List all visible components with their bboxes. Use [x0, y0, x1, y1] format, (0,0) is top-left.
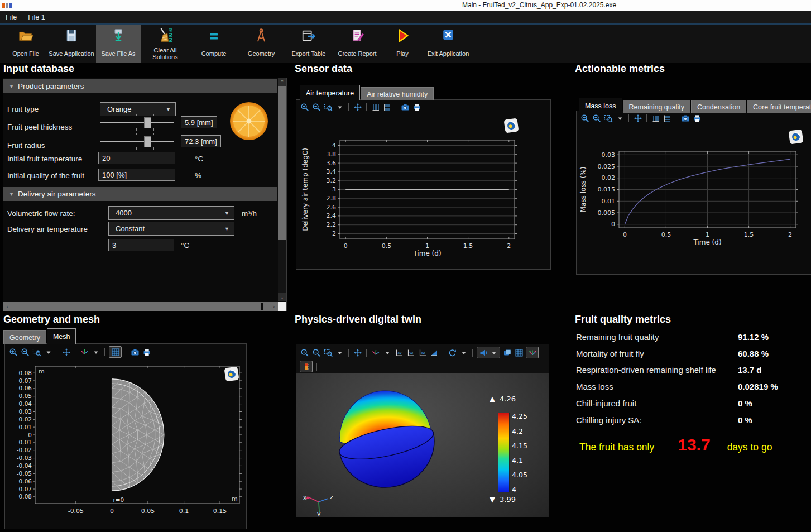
setpoint-input[interactable] [108, 239, 174, 251]
vertical-scrollbar[interactable]: ⌃ ⌄ [278, 78, 286, 301]
initial-quality-input[interactable] [98, 169, 175, 181]
tab-condensation[interactable]: Condensation [691, 100, 746, 113]
zoom-in-icon[interactable] [580, 113, 589, 123]
mesh-grid-icon[interactable] [514, 348, 524, 357]
grid-y-icon[interactable] [663, 113, 672, 123]
toolbar-toggle-group[interactable] [300, 361, 313, 372]
clear-all-solutions-button[interactable]: Clear All Solutions [141, 25, 190, 63]
play-button[interactable]: Play [382, 25, 423, 63]
scroll-down-icon[interactable]: ⌄ [278, 293, 286, 301]
tab-air-temperature[interactable]: Air temperature [300, 85, 360, 100]
toolbar-toggle-group[interactable] [526, 347, 539, 358]
camera-icon[interactable] [680, 113, 690, 123]
grid-y-icon[interactable] [382, 102, 392, 112]
svg-text:-0.03: -0.03 [17, 454, 32, 461]
caret-icon[interactable] [91, 347, 100, 357]
flow-rate-select[interactable]: 4000 ▼ [108, 206, 234, 220]
extents-icon[interactable] [353, 348, 362, 357]
toolbar-toggle-group[interactable] [477, 347, 500, 358]
camera-icon[interactable] [130, 347, 140, 357]
toolbar-toggle-group[interactable] [109, 346, 122, 358]
fruit-radius-value[interactable]: 72.3 [mm] [181, 135, 221, 147]
print-icon[interactable] [692, 113, 702, 123]
mesh-plot-area[interactable]: 0.080.070.060.050.040.030.020.010-0.01-0… [5, 361, 245, 529]
create-report-button[interactable]: Create Report [333, 25, 382, 63]
legend-icon[interactable] [301, 362, 311, 371]
light-icon[interactable] [478, 348, 488, 357]
exit-application-button[interactable]: Exit Application [423, 25, 473, 63]
caret-icon[interactable] [615, 113, 625, 123]
caret-icon[interactable] [335, 102, 344, 112]
zoom-in-icon[interactable] [300, 102, 309, 112]
zoom-out-icon[interactable] [592, 113, 601, 123]
collapse-icon[interactable]: ▾ [10, 83, 13, 89]
view-yz-icon[interactable]: yz [406, 348, 415, 357]
tab-core-fruit-temperature[interactable]: Core fruit temperature [747, 100, 811, 113]
horizontal-scrollbar[interactable]: ‹ › [3, 302, 278, 311]
view-xz-icon[interactable]: xz [418, 348, 427, 357]
rotate-icon[interactable] [447, 348, 457, 357]
save-application-button[interactable]: Save Application [47, 25, 96, 63]
caret-icon[interactable] [382, 348, 392, 357]
open-file-button[interactable]: Open File [4, 25, 47, 63]
scroll-left-icon[interactable]: ‹ [3, 304, 12, 310]
scene-icon[interactable] [502, 348, 512, 357]
compute-button[interactable]: Compute [190, 25, 238, 63]
extents-icon[interactable] [61, 347, 71, 357]
tab-remaining-quality[interactable]: Remaining quality [623, 100, 690, 113]
axis-small-icon[interactable] [527, 348, 537, 357]
toolbar-separator [472, 349, 473, 357]
fruit-radius-slider[interactable] [100, 133, 174, 150]
save-file-as-button[interactable]: Save File As [96, 25, 141, 63]
sensor-plot-area[interactable]: 22.22.42.62.833.23.43.63.8400.511.52Time… [296, 117, 548, 270]
zoom-out-icon[interactable] [311, 348, 321, 357]
caret-icon[interactable] [44, 347, 53, 357]
menu-file[interactable]: File [0, 11, 22, 23]
peel-thickness-value[interactable]: 5.9 [mm] [181, 116, 217, 128]
camera-icon[interactable] [400, 102, 410, 112]
view-xy-icon[interactable]: xy [394, 348, 404, 357]
axis-triad-icon[interactable] [79, 347, 89, 357]
mesh-grid-icon[interactable] [111, 347, 120, 357]
persp-icon[interactable] [429, 348, 439, 357]
grid-x-icon[interactable] [651, 113, 660, 123]
delivery-air-parameters-header[interactable]: ▾ Delivery air parameters [3, 187, 277, 201]
zoom-in-icon[interactable] [8, 347, 18, 357]
svg-text:yz: yz [409, 350, 413, 354]
app-logo-icon [2, 3, 12, 8]
delivery-temp-select[interactable]: Constant ▼ [108, 222, 234, 236]
export-table-button[interactable]: Export Table [285, 25, 333, 63]
caret-icon[interactable] [459, 348, 468, 357]
svg-text:0.015: 0.015 [598, 186, 616, 193]
zoom-in-icon[interactable] [300, 348, 309, 357]
tab-air-relative-humidity[interactable]: Air relative humidity [361, 87, 434, 100]
geometry-button[interactable]: Geometry [238, 25, 285, 63]
grid-x-icon[interactable] [371, 102, 380, 112]
collapse-icon[interactable]: ▾ [10, 191, 13, 197]
zoom-box-icon[interactable] [32, 347, 41, 357]
zoom-box-icon[interactable] [323, 348, 333, 357]
scroll-right-icon[interactable]: › [270, 304, 278, 310]
caret-icon[interactable] [489, 348, 498, 357]
print-icon[interactable] [412, 102, 421, 112]
tab-geometry[interactable]: Geometry [3, 330, 46, 344]
menu-file-1[interactable]: File 1 [22, 11, 51, 23]
caret-icon[interactable] [335, 348, 344, 357]
tab-mesh[interactable]: Mesh [47, 328, 76, 344]
axis-triad-icon[interactable] [371, 348, 380, 357]
extents-icon[interactable] [633, 113, 642, 123]
product-parameters-header[interactable]: ▾ Product parameters [3, 79, 277, 93]
tab-mass-loss[interactable]: Mass loss [579, 98, 622, 113]
mass-loss-plot-area[interactable]: 00.0050.010.0150.020.0250.0300.511.52Tim… [577, 128, 809, 272]
zoom-out-icon[interactable] [20, 347, 30, 357]
zoom-box-icon[interactable] [603, 113, 613, 123]
peel-thickness-slider[interactable] [100, 114, 174, 131]
scroll-up-icon[interactable]: ⌃ [278, 78, 286, 86]
zoom-box-icon[interactable] [323, 102, 333, 112]
comsol-logo-icon [224, 366, 239, 381]
twin-3d-scene[interactable]: ▲4.26 4.25 4.2 4.15 4.1 4.05 4 ▼3.99 x z… [296, 373, 549, 517]
extents-icon[interactable] [353, 102, 362, 112]
initial-temp-input[interactable] [98, 152, 175, 164]
print-icon[interactable] [142, 347, 151, 357]
zoom-out-icon[interactable] [311, 102, 321, 112]
